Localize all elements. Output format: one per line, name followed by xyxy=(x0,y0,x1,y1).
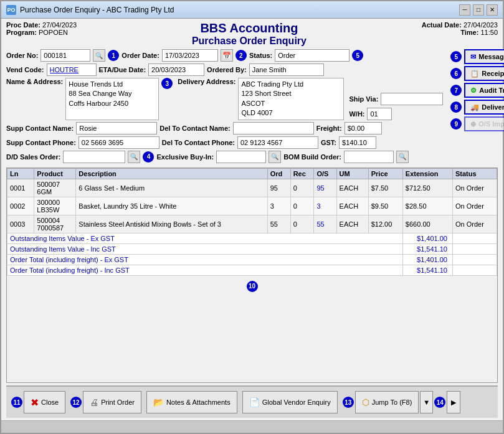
form-and-buttons: Order No: 🔍 1 Order Date: 📅 2 Status: 5 … xyxy=(6,49,498,165)
wh-input[interactable] xyxy=(367,108,392,120)
cell-description-1: 6 Glass Set - Medium xyxy=(76,179,267,197)
badge-10: 10 xyxy=(247,281,258,292)
close-button[interactable]: ✕ xyxy=(487,4,498,16)
freight-input[interactable] xyxy=(345,122,382,134)
receipts-button[interactable]: 📋 Receipts xyxy=(464,66,504,81)
exclusive-buyin-label: Exclusive Buy-In: xyxy=(156,153,214,161)
ship-via-row: Ship Via: xyxy=(349,93,443,105)
badge-2: 2 xyxy=(235,50,247,61)
actual-date-value: 27/04/2023 xyxy=(464,21,498,29)
badge-1: 1 xyxy=(108,50,119,61)
arrow-right-button[interactable]: ▶ xyxy=(447,391,460,413)
dd-search-button[interactable]: 🔍 xyxy=(128,151,140,163)
messages-row: 5 ✉ Messages xyxy=(450,49,504,64)
badge-5-right: 5 xyxy=(450,51,462,62)
del-to-contact-phone-input[interactable] xyxy=(237,136,318,149)
order-date-cal-button[interactable]: 📅 xyxy=(221,49,233,62)
address-line-2: 88 Sea Change Way xyxy=(69,89,156,98)
row-contacts: Supp Contact Name: Del To Contact Name: … xyxy=(6,122,443,134)
badge-9: 9 xyxy=(450,118,462,130)
cell-ln-3: 0003 xyxy=(7,215,34,233)
print-order-button[interactable]: 🖨 Print Order xyxy=(83,391,141,413)
left-form: Order No: 🔍 1 Order Date: 📅 2 Status: 5 … xyxy=(6,49,443,165)
supp-contact-phone-input[interactable] xyxy=(78,136,159,149)
os-import-detail-row: 9 ⊕ O/S Import Detail xyxy=(450,116,504,131)
vend-code-input[interactable] xyxy=(47,64,97,76)
title-bar-left: PO Purchase Order Enquiry - ABC Trading … xyxy=(6,5,174,15)
jump-dropdown-button[interactable]: ▼ xyxy=(420,391,433,413)
program-value: POPOEN xyxy=(39,29,68,36)
order-lines-table: Ln Product Description Ord Rec O/S UM Pr… xyxy=(7,168,497,276)
cell-os-3: 55 xyxy=(314,215,336,233)
window-title: Purchase Order Enquiry - ABC Trading Pty… xyxy=(20,6,174,14)
maximize-button[interactable]: □ xyxy=(473,4,484,16)
cell-ord-1: 95 xyxy=(267,179,290,197)
badge-6: 6 xyxy=(450,68,462,79)
summary-value-4: $1,541.10 xyxy=(402,265,452,275)
bom-build-order-input[interactable] xyxy=(344,151,394,163)
audit-trail-button[interactable]: ⚙ Audit Trail xyxy=(464,83,504,98)
bom-search-button[interactable]: 🔍 xyxy=(396,151,409,163)
summary-label-1: Outstanding Items Value - Ex GST xyxy=(7,233,403,243)
program-label: Program: xyxy=(6,29,37,36)
deliveries-button[interactable]: 🚚 Deliveries xyxy=(464,100,504,115)
order-date-input[interactable] xyxy=(162,49,218,62)
status-input[interactable] xyxy=(275,49,349,62)
vendor-icon: 📄 xyxy=(249,397,260,407)
status-label: Status: xyxy=(249,52,272,59)
col-product: Product xyxy=(34,168,76,179)
exclusive-search-button[interactable]: 🔍 xyxy=(269,151,281,163)
summary-label-4: Order Total (including freight) - Inc GS… xyxy=(7,265,403,275)
order-search-button[interactable]: 🔍 xyxy=(93,49,105,62)
cell-um-2: EACH xyxy=(336,197,368,215)
cell-ord-3: 55 xyxy=(267,215,290,233)
eta-due-date-input[interactable] xyxy=(148,64,204,76)
cell-description-3: Stainless Steel Antiskid Mixing Bowls - … xyxy=(76,215,267,233)
header-center: BBS Accounting Purchase Order Enquiry xyxy=(77,21,422,47)
cell-status-2: On Order xyxy=(452,197,497,215)
notes-attachments-button[interactable]: 📂 Notes & Attachments xyxy=(146,391,237,413)
row-phones: Supp Contact Phone: Del To Contact Phone… xyxy=(6,136,443,149)
supp-contact-name-input[interactable] xyxy=(76,122,157,134)
cell-rec-1: 0 xyxy=(290,179,314,197)
del-to-contact-name-input[interactable] xyxy=(233,122,314,134)
row-vend: Vend Code: ETA/Due Date: Ordered By: xyxy=(6,64,443,76)
col-description: Description xyxy=(76,168,267,179)
proc-date-value: 27/04/2023 xyxy=(42,21,77,29)
summary-empty-3 xyxy=(452,254,497,265)
messages-icon: ✉ xyxy=(470,53,476,61)
close-button[interactable]: ✖ Close xyxy=(24,391,65,413)
proc-date-label: Proc Date: xyxy=(6,21,40,29)
badge-11: 11 xyxy=(11,397,22,408)
exclusive-buyin-input[interactable] xyxy=(216,151,266,163)
minimize-button[interactable]: ─ xyxy=(459,4,470,16)
ship-via-input[interactable] xyxy=(381,93,443,105)
delivery-line-3: ASCOT xyxy=(241,99,341,108)
global-vendor-enquiry-button[interactable]: 📄 Global Vendor Enquiry xyxy=(242,391,338,413)
footer-bar: 11 ✖ Close 12 🖨 Print Order 📂 Notes & At… xyxy=(6,385,498,418)
order-no-input[interactable] xyxy=(40,49,90,62)
ordered-by-input[interactable] xyxy=(249,64,324,76)
cell-status-1: On Order xyxy=(452,179,497,197)
wh-label: W/H: xyxy=(349,110,364,118)
badge-7: 7 xyxy=(450,85,462,96)
audit-trail-row: 7 ⚙ Audit Trail xyxy=(450,83,504,98)
cell-os-2: 3 xyxy=(314,197,336,215)
right-action-buttons: 5 ✉ Messages 6 📋 Receipts 7 xyxy=(450,49,504,165)
messages-button[interactable]: ✉ Messages xyxy=(464,49,504,64)
os-import-detail-button[interactable]: ⊕ O/S Import Detail xyxy=(464,116,504,131)
cell-description-2: Basket, Laundry 35 Litre - White xyxy=(76,197,267,215)
order-lines-table-container: Ln Product Description Ord Rec O/S UM Pr… xyxy=(6,167,498,383)
dd-sales-order-input[interactable] xyxy=(63,151,125,163)
freight-label: Freight: xyxy=(316,125,342,132)
cell-product-3: 5000047000587 xyxy=(34,215,76,233)
col-price: Price xyxy=(368,168,402,179)
summary-row-1: Outstanding Items Value - Ex GST $1,401.… xyxy=(7,233,497,243)
gst-input[interactable] xyxy=(339,136,376,149)
badge-3: 3 xyxy=(161,78,173,89)
badge-5: 5 xyxy=(352,50,363,61)
cell-ord-2: 3 xyxy=(267,197,290,215)
cell-um-3: EACH xyxy=(336,215,368,233)
summary-value-3: $1,401.00 xyxy=(402,254,452,265)
jump-to-button[interactable]: ⬡ Jump To (F8) xyxy=(355,391,419,413)
